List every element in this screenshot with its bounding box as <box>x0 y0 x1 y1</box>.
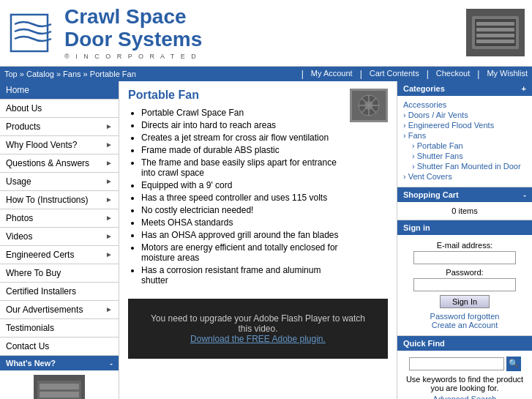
email-row: E-mail address: <box>403 241 526 264</box>
shopping-cart-header: Shopping Cart - <box>397 187 532 202</box>
sidebar-item-testimonials[interactable]: Testimonials <box>0 319 119 338</box>
list-item: Frame made of durable ABS plastic <box>141 145 342 155</box>
sidebar-item-label: How To (Instructions) <box>6 195 88 205</box>
sidebar-item-label: Usage <box>6 176 31 187</box>
signin-content: E-mail address: Password: Sign In Passwo… <box>397 235 532 335</box>
chevron-right-icon: ► <box>105 141 113 149</box>
video-message: You need to upgrade your Adobe Flash Pla… <box>151 313 365 334</box>
quick-find-description: Use keywords to find the product you are… <box>403 375 526 392</box>
checkout-link[interactable]: Checkout <box>436 69 470 79</box>
cart-items-count: 0 items <box>452 206 477 215</box>
whats-new-section-header: What's New? - <box>0 356 119 370</box>
list-item: The frame and base easily slips apart fo… <box>141 157 342 178</box>
password-label: Password: <box>403 268 526 277</box>
chevron-right-icon: ► <box>105 250 113 258</box>
logo-line1: Crawl SpaceDoor Systems <box>64 6 202 51</box>
password-field[interactable] <box>413 278 516 291</box>
quick-find-label: Quick Find <box>403 339 445 348</box>
navbar-links: | My Account | Cart Contents | Checkout … <box>301 69 528 79</box>
list-item: Has a three speed controller and uses 11… <box>141 193 342 203</box>
sidebar-item-engineered-certs[interactable]: Engineered Certs ► <box>0 246 119 264</box>
sidebar-item-label: Testimonials <box>6 323 54 333</box>
signin-button[interactable]: Sign In <box>440 295 490 308</box>
email-label: E-mail address: <box>403 241 526 250</box>
signin-header: Sign in <box>397 220 532 235</box>
sidebar-item-certified-installers[interactable]: Certified Installers <box>0 283 119 301</box>
sidebar-item-videos[interactable]: Videos ► <box>0 228 119 246</box>
category-shutter-fans[interactable]: › Shutter Fans <box>403 152 526 160</box>
svg-rect-10 <box>40 384 79 389</box>
shopping-cart-toggle[interactable]: - <box>523 190 526 199</box>
list-item: Motors are energy efficient and totally … <box>141 242 342 263</box>
list-item: Meets OHSA standards <box>141 217 342 228</box>
svg-rect-4 <box>476 22 514 26</box>
sidebar-item-label: Photos <box>6 213 33 223</box>
sidebar-item-label: Home <box>6 85 29 95</box>
logo-icon <box>7 11 59 55</box>
signin-links: Password forgotten Create an Account <box>403 312 526 329</box>
search-button[interactable]: 🔍 <box>506 357 521 371</box>
sidebar-item-label: Certified Installers <box>6 286 76 297</box>
sidebar-item-photos[interactable]: Photos ► <box>0 209 119 228</box>
sidebar-item-contact-us[interactable]: Contact Us <box>0 338 119 356</box>
list-item: No costly electrician needed! <box>141 205 342 215</box>
signin-btn-row: Sign In <box>403 295 526 308</box>
navbar: Top » Catalog » Fans » Portable Fan | My… <box>0 67 532 81</box>
categories-label: Categories <box>403 84 445 93</box>
category-portable-fan[interactable]: › Portable Fan <box>403 141 526 150</box>
email-field[interactable] <box>413 251 516 264</box>
sidebar-item-questions-answers[interactable]: Questions & Answers ► <box>0 154 119 173</box>
svg-rect-11 <box>40 392 79 398</box>
sidebar-item-about-us[interactable]: About Us <box>0 100 119 118</box>
sidebar-item-our-advertisements[interactable]: Our Advertisements ► <box>0 301 119 319</box>
header: Crawl SpaceDoor Systems ® I N C O R P O … <box>0 0 532 67</box>
product-features-list: Portable Crawl Space Fan Directs air int… <box>141 108 342 286</box>
category-vent-covers[interactable]: › Vent Covers <box>403 172 526 181</box>
video-download-link[interactable]: Download the FREE Adobe plugin. <box>190 334 326 344</box>
category-fans[interactable]: › Fans <box>403 131 526 140</box>
categories-toggle[interactable]: + <box>522 84 526 93</box>
categories-content: Accessories › Doors / Air Vents › Engine… <box>397 96 532 187</box>
list-item: Has an OHSA approved grill around the fa… <box>141 230 342 240</box>
quick-find-links: Advanced Search View All Items <box>403 395 526 399</box>
sidebar-item-usage[interactable]: Usage ► <box>0 173 119 191</box>
sidebar-item-label: Contact Us <box>6 341 49 351</box>
main: Home About Us Products ► Why Flood Vents… <box>0 81 532 399</box>
sidebar-item-why-flood-vents[interactable]: Why Flood Vents? ► <box>0 136 119 154</box>
sidebar-item-how-to[interactable]: How To (Instructions) ► <box>0 191 119 209</box>
header-product-image <box>466 9 525 56</box>
categories-header: Categories + <box>397 81 532 96</box>
category-accessories[interactable]: Accessories <box>403 100 526 109</box>
sidebar-item-products[interactable]: Products ► <box>0 118 119 136</box>
sidebar-item-label: Where To Buy <box>6 268 61 278</box>
cart-contents-link[interactable]: Cart Contents <box>370 69 419 79</box>
my-wishlist-link[interactable]: My Wishlist <box>487 69 528 79</box>
sidebar-item-where-to-buy[interactable]: Where To Buy <box>0 264 119 283</box>
search-input[interactable] <box>409 357 504 370</box>
category-shutter-fan-mounted[interactable]: › Shutter Fan Mounted in Door <box>403 162 526 171</box>
logo-sub: ® I N C O R P O R A T E D <box>64 53 202 60</box>
sidebar-item-label: Products <box>6 122 40 132</box>
search-icon: 🔍 <box>509 359 519 368</box>
whats-new-content <box>0 370 119 399</box>
category-engineered-flood-vents[interactable]: › Engineered Flood Vents <box>403 121 526 130</box>
sidebar-item-home[interactable]: Home <box>0 81 119 100</box>
quick-find-input-row: 🔍 <box>403 357 526 371</box>
shopping-cart-label: Shopping Cart <box>403 190 459 199</box>
category-doors-air-vents[interactable]: › Doors / Air Vents <box>403 111 526 119</box>
navbar-separator: | <box>301 69 304 79</box>
password-forgotten-link[interactable]: Password forgotten <box>403 312 526 321</box>
whats-new-toggle[interactable]: - <box>110 359 113 368</box>
chevron-right-icon: ► <box>105 122 113 130</box>
chevron-right-icon: ► <box>105 232 113 240</box>
header-logo: Crawl SpaceDoor Systems ® I N C O R P O … <box>7 6 202 60</box>
my-account-link[interactable]: My Account <box>311 69 353 79</box>
sidebar-item-label: Our Advertisements <box>6 305 83 315</box>
shopping-cart-content: 0 items <box>397 202 532 220</box>
create-account-link[interactable]: Create an Account <box>403 321 526 329</box>
chevron-right-icon: ► <box>105 177 113 185</box>
content-area: Portable Fan Portable Crawl Space Fan Di… <box>119 81 397 399</box>
sidebar-item-label: Questions & Answers <box>6 158 89 168</box>
advanced-search-link[interactable]: Advanced Search <box>403 395 526 399</box>
list-item: Has a corrosion resistant frame and alum… <box>141 265 342 286</box>
